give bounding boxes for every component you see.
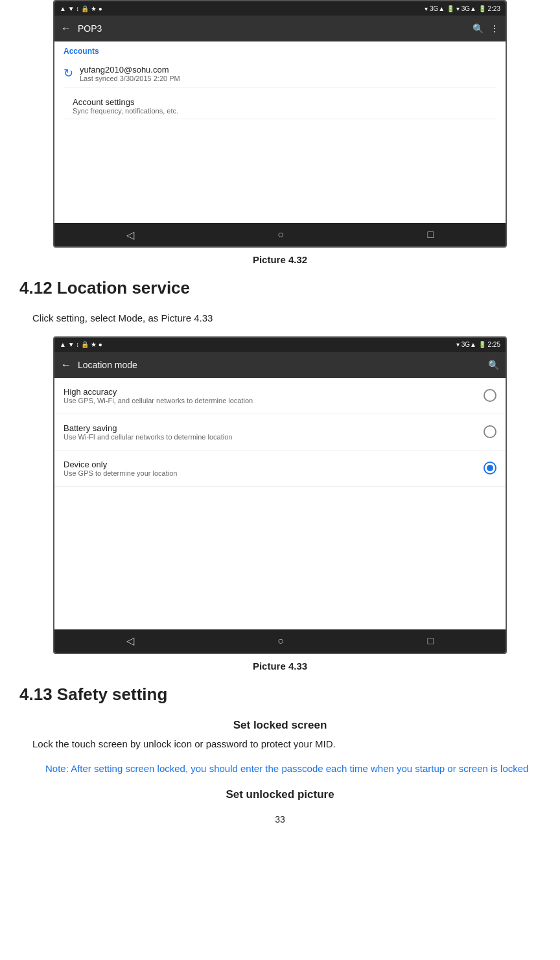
- accounts-section: Accounts ↻ yufang2010@sohu.com Last sync…: [54, 41, 506, 223]
- recent-nav-icon[interactable]: □: [428, 229, 434, 240]
- radio-2-selected[interactable]: [484, 462, 496, 474]
- search-icon-loc[interactable]: 🔍: [488, 360, 499, 370]
- nav-bar-location: ◁ ○ □: [54, 629, 506, 653]
- account-email: yufang2010@sohu.com: [80, 65, 180, 75]
- back-button[interactable]: ←: [61, 23, 71, 34]
- nav-bar-pop3: ◁ ○ □: [54, 223, 506, 246]
- status-bar-location: ▲ ▼ ↕ 🔒 ★ ● ▾ 3G▲ 🔋 2:25: [54, 338, 506, 352]
- toolbar-title-loc: Location mode: [78, 360, 482, 370]
- option-title-0: High accuracy: [64, 387, 253, 397]
- account-row: ↻ yufang2010@sohu.com Last synced 3/30/2…: [64, 60, 496, 88]
- pop3-body: Accounts ↻ yufang2010@sohu.com Last sync…: [54, 41, 506, 223]
- signal-icons-loc: ▾ 3G▲ 🔋 2:25: [456, 341, 500, 348]
- status-left-icons-loc: ▲ ▼ ↕ 🔒 ★ ●: [60, 341, 102, 348]
- section-412-paragraph: Click setting, select Mode, as Picture 4…: [32, 311, 541, 326]
- screenshot-location: ▲ ▼ ↕ 🔒 ★ ● ▾ 3G▲ 🔋 2:25 ← Location mode…: [53, 336, 507, 654]
- back-button-loc[interactable]: ←: [61, 359, 71, 371]
- status-right-icons-loc: ▾ 3G▲ 🔋 2:25: [456, 341, 500, 348]
- account-synced: Last synced 3/30/2015 2:20 PM: [80, 75, 180, 82]
- accounts-label: Accounts: [64, 47, 496, 56]
- back-nav-icon-loc[interactable]: ◁: [126, 635, 134, 647]
- section-413-heading: 4.13 Safety setting: [19, 685, 541, 707]
- caption-432: Picture 4.32: [19, 254, 541, 265]
- account-settings-row: Account settings Sync frequency, notific…: [64, 88, 496, 119]
- toolbar-title: POP3: [78, 23, 466, 34]
- sync-icon: ↻: [64, 66, 73, 80]
- radio-0[interactable]: [484, 389, 496, 402]
- option-desc-0: Use GPS, Wi-Fi, and cellular networks to…: [64, 397, 253, 404]
- notification-icons-loc: ▲ ▼ ↕ 🔒 ★ ●: [60, 341, 102, 348]
- status-right-icons: ▾ 3G▲ 🔋 ▾ 3G▲ 🔋 2:23: [425, 5, 500, 12]
- location-option-high-accuracy[interactable]: High accuracy Use GPS, Wi-Fi, and cellul…: [54, 378, 506, 414]
- toolbar-location: ← Location mode 🔍: [54, 352, 506, 378]
- signal-icons: ▾ 3G▲ 🔋: [425, 5, 454, 12]
- account-info: yufang2010@sohu.com Last synced 3/30/201…: [80, 65, 180, 82]
- home-nav-icon-loc[interactable]: ○: [277, 635, 284, 647]
- option-title-2: Device only: [64, 460, 177, 469]
- toolbar-action-icons: 🔍 ⋮: [472, 23, 499, 34]
- blank-area: [64, 119, 496, 223]
- location-option-battery-saving[interactable]: Battery saving Use Wi-FI and cellular ne…: [54, 414, 506, 451]
- radio-1[interactable]: [484, 425, 496, 438]
- more-icon[interactable]: ⋮: [490, 23, 499, 34]
- account-settings-title: Account settings: [73, 97, 487, 107]
- location-blank: [54, 487, 506, 629]
- notification-icons: ▲ ▼ ↕ 🔒 ★ ●: [60, 5, 102, 12]
- set-unlocked-picture-heading: Set unlocked picture: [19, 788, 541, 801]
- toolbar-icons-loc: 🔍: [488, 360, 499, 370]
- toolbar-pop3: ← POP3 🔍 ⋮: [54, 16, 506, 41]
- page-number: 33: [19, 814, 541, 825]
- location-option-device-only[interactable]: Device only Use GPS to determine your lo…: [54, 451, 506, 487]
- search-icon[interactable]: 🔍: [472, 23, 484, 34]
- home-nav-icon[interactable]: ○: [277, 229, 284, 240]
- option-desc-2: Use GPS to determine your location: [64, 469, 177, 477]
- option-desc-1: Use Wi-FI and cellular networks to deter…: [64, 433, 232, 441]
- status-left-icons: ▲ ▼ ↕ 🔒 ★ ●: [60, 5, 102, 12]
- screenshot-pop3: ▲ ▼ ↕ 🔒 ★ ● ▾ 3G▲ 🔋 ▾ 3G▲ 🔋 2:23 ← POP3 …: [53, 0, 507, 248]
- status-bar-pop3: ▲ ▼ ↕ 🔒 ★ ● ▾ 3G▲ 🔋 ▾ 3G▲ 🔋 2:23: [54, 1, 506, 16]
- location-body: High accuracy Use GPS, Wi-Fi, and cellul…: [54, 378, 506, 629]
- recent-nav-icon-loc[interactable]: □: [428, 635, 434, 647]
- back-nav-icon[interactable]: ◁: [126, 229, 134, 241]
- note-text: Note: After setting screen locked, you s…: [45, 762, 541, 777]
- section-412-heading: 4.12 Location service: [19, 278, 541, 301]
- locked-screen-paragraph: Lock the touch screen by unlock icon or …: [32, 737, 541, 752]
- option-title-1: Battery saving: [64, 423, 232, 433]
- caption-433: Picture 4.33: [19, 661, 541, 672]
- account-settings-desc: Sync frequency, notifications, etc.: [73, 107, 487, 115]
- set-locked-screen-heading: Set locked screen: [19, 719, 541, 732]
- time: ▾ 3G▲ 🔋 2:23: [456, 5, 500, 12]
